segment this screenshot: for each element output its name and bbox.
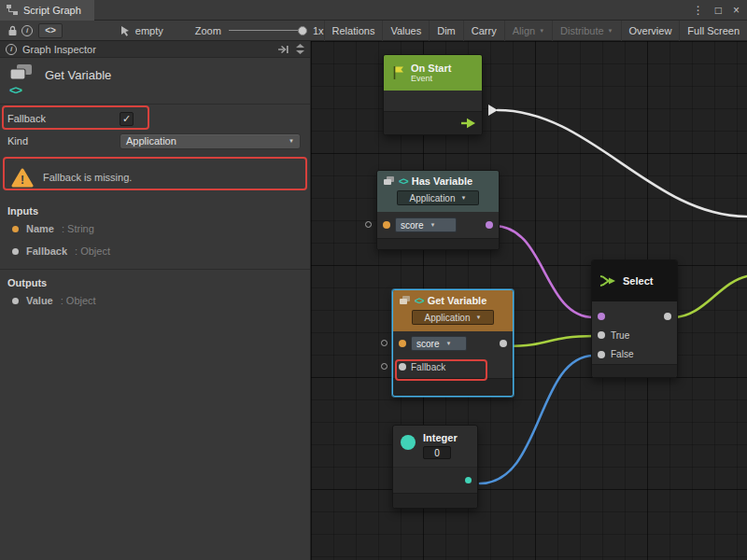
wire-get-variable-to-select-true[interactable] <box>506 336 594 346</box>
unconnected-port-ring[interactable] <box>365 221 372 228</box>
flow-arrow-connector[interactable] <box>488 105 498 116</box>
caret-down-icon: ▼ <box>475 315 481 320</box>
zoom-control: Zoom 1x <box>195 25 324 36</box>
caret-down-icon: ▼ <box>445 341 451 346</box>
kind-label: Kind <box>7 135 120 147</box>
flag-icon <box>392 65 404 80</box>
wire-select-output[interactable] <box>673 276 747 317</box>
node-port-row: score ▼ <box>393 331 513 356</box>
maximize-button[interactable]: □ <box>715 4 722 17</box>
toolbar-button-fullscreen[interactable]: Full Screen <box>679 21 747 41</box>
info-icon: i <box>21 25 33 36</box>
toolbar-buttons: Relations Values Dim Carry Align▼ Distri… <box>324 21 747 41</box>
fallback-label: Fallback <box>7 113 120 124</box>
caret-down-icon: ▼ <box>539 28 544 34</box>
toolbar-button-carry[interactable]: Carry <box>463 21 504 41</box>
node-port-row <box>384 111 482 134</box>
false-input-port[interactable] <box>598 351 605 358</box>
tab-script-graph[interactable]: Script Graph <box>0 0 94 21</box>
flow-output-port[interactable] <box>461 118 476 129</box>
node-has-variable[interactable]: <> Has Variable Application ▼ score ▼ <box>376 170 500 250</box>
node-port-row-fallback: Fallback <box>393 356 513 378</box>
condition-port-row <box>592 307 677 326</box>
unit-header: <> Get Variable <box>0 58 310 105</box>
stepper-icon[interactable] <box>296 44 304 54</box>
unconnected-port-ring[interactable] <box>381 363 388 370</box>
node-port-row: score ▼ <box>377 212 499 238</box>
inspector-toggle-button[interactable]: i <box>20 22 35 39</box>
node-get-variable-header: <> Get Variable Application ▼ <box>393 290 513 331</box>
zoom-slider-track <box>229 30 305 31</box>
window-menu-button[interactable]: ⋮ <box>693 4 704 17</box>
variable-name-dropdown[interactable]: score ▼ <box>395 217 457 232</box>
node-port-row <box>393 467 477 493</box>
graph-canvas[interactable]: On Start Event <> Has Variable Ap <box>311 41 747 560</box>
kind-dropdown[interactable]: Application ▼ <box>412 310 494 325</box>
caret-down-icon: ▼ <box>608 28 613 34</box>
kind-dropdown[interactable]: Application ▼ <box>120 133 301 149</box>
toolbar-button-distribute[interactable]: Distribute▼ <box>552 21 620 41</box>
script-graph-icon <box>7 5 18 15</box>
zoom-slider-handle[interactable] <box>298 26 307 35</box>
wire-on-start-flow[interactable] <box>498 110 747 217</box>
inputs-header: Inputs <box>0 205 310 217</box>
divider <box>0 269 310 270</box>
code-icon: <> <box>9 83 21 97</box>
node-select[interactable]: Select True False <box>591 259 678 378</box>
caret-down-icon: ▼ <box>460 195 466 201</box>
fallback-checkbox[interactable]: ✓ <box>120 112 134 126</box>
value-output-port[interactable] <box>500 340 507 347</box>
cursor-icon <box>120 25 130 36</box>
graph-inspector-panel: i Graph Inspector <> Get Variable Fallba… <box>0 41 311 560</box>
zoom-slider[interactable] <box>229 25 305 36</box>
name-input-port[interactable] <box>399 340 406 347</box>
wires-layer <box>311 41 747 560</box>
fallback-property-row: Fallback ✓ <box>0 108 310 129</box>
integer-value-field[interactable]: 0 <box>423 446 451 459</box>
name-input-port[interactable] <box>383 221 390 229</box>
selection-output-port[interactable] <box>664 313 671 320</box>
toolbar-button-relations[interactable]: Relations <box>324 21 383 41</box>
toolbar-button-values[interactable]: Values <box>382 21 429 41</box>
dock-right-icon[interactable] <box>277 45 289 54</box>
toolbar-button-dim[interactable]: Dim <box>429 21 463 41</box>
node-on-start[interactable]: On Start Event <box>383 54 483 135</box>
integer-type-icon <box>401 435 416 450</box>
kind-dropdown[interactable]: Application ▼ <box>397 190 479 205</box>
node-has-variable-header: <> Has Variable Application ▼ <box>377 171 499 212</box>
graph-breadcrumb[interactable]: empty <box>120 25 163 36</box>
integer-output-port[interactable] <box>465 477 472 483</box>
variables-icon <box>383 176 395 187</box>
true-input-port[interactable] <box>598 331 605 339</box>
node-footer <box>393 493 477 508</box>
code-view-button[interactable]: <> <box>38 23 63 38</box>
fallback-input-port[interactable] <box>399 363 406 371</box>
unconnected-port-ring[interactable] <box>381 340 388 346</box>
outputs-header: Outputs <box>0 277 310 288</box>
node-integer-header: Integer 0 <box>393 426 477 467</box>
string-port-icon <box>12 226 19 232</box>
result-output-port[interactable] <box>486 221 493 229</box>
toolbar-button-overview[interactable]: Overview <box>621 21 680 41</box>
close-button[interactable]: × <box>733 4 740 17</box>
input-row-name: Name : String <box>0 218 310 239</box>
code-icon: <> <box>415 296 424 306</box>
toolbar-button-align[interactable]: Align▼ <box>504 21 552 41</box>
warning-icon: ! <box>11 168 34 188</box>
node-integer[interactable]: Integer 0 <box>392 425 478 509</box>
node-get-variable[interactable]: <> Get Variable Application ▼ score ▼ Fa… <box>392 289 514 397</box>
node-select-header: Select <box>592 260 677 301</box>
node-footer <box>592 364 677 377</box>
lock-button[interactable] <box>5 22 20 39</box>
svg-text:!: ! <box>21 173 24 186</box>
lock-icon <box>7 25 18 36</box>
variable-name-dropdown[interactable]: score ▼ <box>411 336 467 351</box>
output-row-value: Value : Object <box>0 290 310 311</box>
node-footer <box>393 378 513 396</box>
unit-icons: <> <box>9 64 34 104</box>
kind-property-row: Kind Application ▼ <box>0 131 310 151</box>
info-icon: i <box>6 44 17 55</box>
object-port-icon <box>12 248 19 255</box>
code-icon: <> <box>399 176 408 187</box>
condition-input-port[interactable] <box>598 313 605 320</box>
